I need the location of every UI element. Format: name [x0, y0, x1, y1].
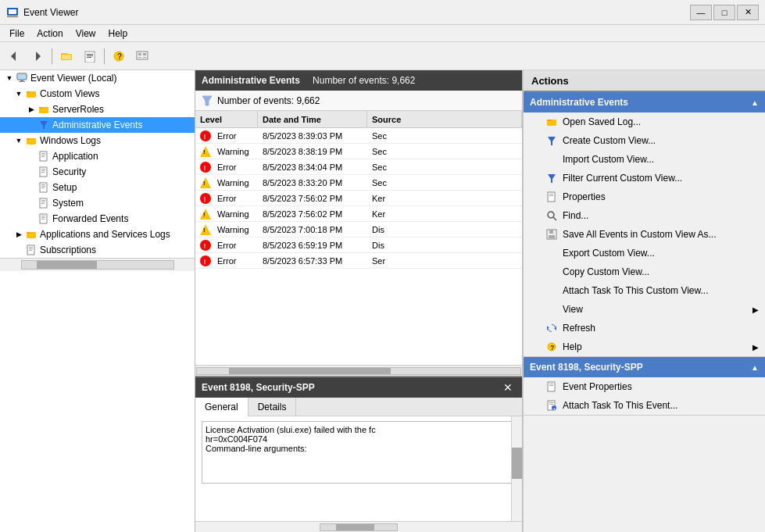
action-create-custom-view[interactable]: Create Custom View...	[524, 131, 765, 150]
svg-rect-86	[549, 404, 553, 405]
action-label-help: Help	[563, 341, 582, 352]
actions-section-header-event[interactable]: Event 8198, Security-SPP ▲	[524, 357, 765, 377]
open-button[interactable]	[55, 45, 77, 67]
forward-button[interactable]	[27, 45, 48, 67]
svg-rect-48	[41, 217, 45, 218]
event-row[interactable]: !Error8/5/2023 6:57:33 PMSer	[195, 253, 522, 269]
maximize-button[interactable]: □	[713, 5, 735, 20]
expander-setup	[25, 181, 38, 194]
event-row[interactable]: !Error8/5/2023 7:56:02 PMKer	[195, 191, 522, 206]
detail-panel: Event 8198, Security-SPP ✕ General Detai…	[195, 376, 522, 532]
tree-item-root[interactable]: ▼ Event Viewer (Local)	[0, 70, 195, 86]
tree-item-admin-events[interactable]: Administrative Events	[0, 117, 195, 133]
action-label-save-all-events: Save All Events in Custom View As...	[563, 229, 717, 240]
tree-item-server-roles[interactable]: ▶ ServerRoles	[0, 102, 195, 117]
close-button[interactable]: ✕	[737, 5, 759, 20]
event-row[interactable]: !Error8/5/2023 8:34:04 PMSec	[195, 159, 522, 175]
tree-item-custom-views[interactable]: ▼ Custom Views	[0, 86, 195, 102]
tree-item-security[interactable]: Security	[0, 164, 195, 180]
event-row[interactable]: !Warning8/5/2023 7:00:18 PMDis	[195, 222, 522, 237]
tree-item-setup[interactable]: Setup	[0, 180, 195, 195]
action-import-custom-view[interactable]: Import Custom View...	[524, 150, 765, 169]
detail-hscroll[interactable]	[195, 521, 522, 532]
detail-content	[195, 416, 522, 521]
detail-textarea[interactable]	[202, 421, 516, 484]
cell-source-3: Sec	[367, 177, 522, 188]
blank-icon-attach-task	[545, 284, 558, 297]
tab-general[interactable]: General	[195, 398, 248, 416]
action-copy-custom-view[interactable]: Copy Custom View...	[524, 262, 765, 281]
action-open-saved-log[interactable]: Open Saved Log...	[524, 112, 765, 131]
svg-rect-51	[27, 232, 30, 234]
action-save-all-events[interactable]: Save All Events in Custom View As...	[524, 225, 765, 244]
action-attach-task-view[interactable]: Attach Task To This Custom View...	[524, 281, 765, 300]
properties-button[interactable]	[79, 45, 101, 67]
help-button[interactable]: ?	[108, 45, 130, 67]
cell-datetime-7: 8/5/2023 6:59:19 PM	[258, 240, 367, 251]
action-filter-current-view[interactable]: Filter Current Custom View...	[524, 169, 765, 187]
svg-rect-85	[549, 402, 553, 403]
tab-details[interactable]: Details	[248, 398, 297, 416]
events-hscroll[interactable]	[195, 365, 522, 376]
tree-item-app-services[interactable]: ▶ Applications and Services Logs	[0, 227, 195, 242]
tree-item-application[interactable]: Application	[0, 148, 195, 164]
action-view[interactable]: View ▶	[524, 300, 765, 319]
event-row[interactable]: !Warning8/5/2023 8:33:20 PMSec	[195, 175, 522, 191]
svg-rect-39	[41, 184, 45, 185]
expander-windows-logs[interactable]: ▼	[13, 134, 25, 147]
menu-action[interactable]: Action	[30, 27, 69, 41]
menu-file[interactable]: File	[3, 27, 30, 41]
expander-custom-views[interactable]: ▼	[13, 87, 25, 100]
action-label-filter-current: Filter Current Custom View...	[563, 173, 682, 184]
actions-section-header-admin-events[interactable]: Administrative Events ▲	[524, 92, 765, 112]
action-export-custom-view[interactable]: Export Custom View...	[524, 244, 765, 262]
detail-vscroll[interactable]	[511, 416, 522, 521]
cell-source-7: Dis	[367, 240, 522, 251]
level-text-3: Warning	[217, 178, 249, 187]
tree-item-subscriptions[interactable]: Subscriptions	[0, 242, 195, 258]
events-header: Administrative Events Number of events: …	[195, 70, 522, 91]
col-header-source[interactable]: Source	[367, 111, 522, 127]
cell-source-6: Dis	[367, 224, 522, 235]
expander-root[interactable]: ▼	[3, 72, 16, 84]
cell-source-1: Sec	[367, 146, 522, 157]
cell-level-5: !Warning	[195, 208, 258, 220]
back-button[interactable]	[3, 45, 25, 67]
left-panel: ▼ Event Viewer (Local) ▼ Custom View	[0, 70, 195, 532]
tree-item-windows-logs[interactable]: ▼ Windows Logs	[0, 133, 195, 148]
svg-marker-27	[40, 121, 48, 129]
svg-rect-15	[138, 53, 141, 55]
detail-close-button[interactable]: ✕	[500, 381, 516, 394]
col-header-level[interactable]: Level	[195, 111, 258, 127]
cell-datetime-3: 8/5/2023 8:33:20 PM	[258, 177, 367, 188]
expander-admin-events[interactable]	[25, 119, 38, 131]
menu-view[interactable]: View	[70, 27, 102, 41]
event-row[interactable]: !Warning8/5/2023 7:56:02 PMKer	[195, 206, 522, 222]
svg-marker-3	[11, 52, 16, 61]
toolbar: ?	[0, 42, 765, 70]
minimize-button[interactable]: —	[690, 5, 712, 20]
action-attach-task-event[interactable]: + Attach Task To This Event...	[524, 396, 765, 415]
action-refresh[interactable]: Refresh	[524, 319, 765, 337]
event-row[interactable]: !Error8/5/2023 6:59:19 PMDis	[195, 237, 522, 253]
tree-item-forwarded-events[interactable]: Forwarded Events	[0, 211, 195, 227]
view-button[interactable]	[131, 45, 153, 67]
col-header-datetime[interactable]: Date and Time	[258, 111, 367, 127]
expander-server-roles[interactable]: ▶	[25, 103, 38, 116]
events-list[interactable]: !Error8/5/2023 8:39:03 PMSec!Warning8/5/…	[195, 128, 522, 365]
event-row[interactable]: !Error8/5/2023 8:39:03 PMSec	[195, 128, 522, 144]
action-find[interactable]: Find...	[524, 206, 765, 225]
expander-app-services[interactable]: ▶	[13, 228, 25, 241]
folder-icon-open-log	[545, 116, 558, 128]
svg-rect-20	[18, 74, 26, 79]
action-help[interactable]: ? Help ▶	[524, 337, 765, 356]
event-row[interactable]: !Warning8/5/2023 8:38:19 PMSec	[195, 144, 522, 159]
hscroll-track[interactable]	[196, 367, 521, 375]
menu-help[interactable]: Help	[102, 27, 134, 41]
detail-hscroll-track[interactable]	[320, 523, 398, 531]
action-event-properties[interactable]: Event Properties	[524, 377, 765, 396]
actions-section-admin-events: Administrative Events ▲ Open Saved Log..…	[524, 92, 765, 357]
tree-item-system[interactable]: System	[0, 195, 195, 211]
events-panel-title: Administrative Events	[202, 75, 300, 86]
action-properties[interactable]: Properties	[524, 187, 765, 206]
